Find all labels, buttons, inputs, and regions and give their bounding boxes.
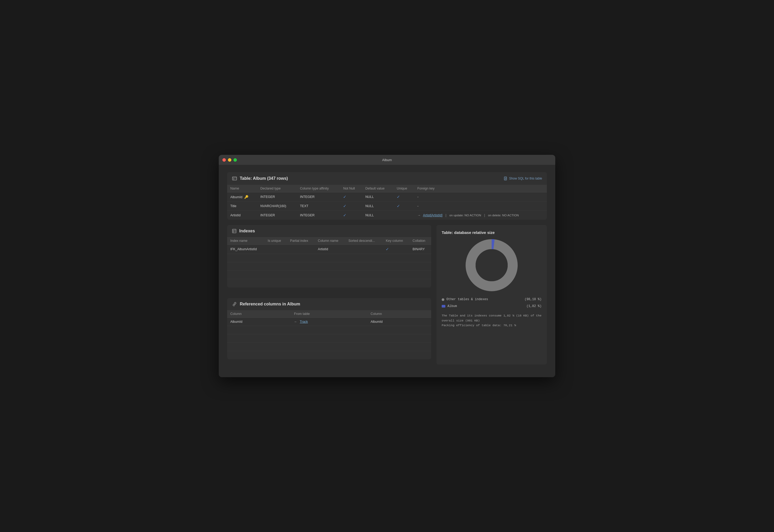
table-row: AlbumId 🔑 INTEGER INTEGER ✓ NULL ✓ -: [227, 192, 547, 202]
col-header-name: Name: [227, 185, 257, 192]
chart-title: Table: database relative size: [442, 230, 542, 235]
arrow-icon: →: [417, 213, 421, 217]
legend-dot-album: [442, 305, 445, 308]
idx-cell-name: IFK_AlbumArtistId: [227, 245, 264, 254]
from-table-link[interactable]: Track: [300, 320, 308, 324]
columns-table: Name Declared type Column type affinity …: [227, 185, 547, 220]
col-header-unique: Unique: [394, 185, 414, 192]
svg-point-13: [476, 249, 508, 281]
donut-chart: [465, 239, 518, 291]
idx-cell-unique: [264, 245, 287, 254]
ref-cell-to-column: AlbumId: [367, 318, 431, 326]
check-icon: ✓: [343, 204, 347, 208]
idx-header-sorted: Sorted descendi...: [345, 237, 383, 245]
svg-rect-0: [232, 177, 237, 180]
indexes-header-row: Index name Is unique Partial index Colum…: [227, 237, 431, 245]
table-row: AlbumId ← Track AlbumId: [227, 318, 431, 326]
cell-default: NULL: [362, 211, 394, 220]
cell-not-null: ✓: [340, 192, 362, 202]
cell-name: ArtistId: [227, 211, 257, 220]
col-header-declared-type: Declared type: [257, 185, 297, 192]
check-icon: ✓: [343, 195, 347, 199]
key-icon: 🔑: [244, 195, 248, 199]
col-header-default: Default value: [362, 185, 394, 192]
cell-not-null: ✓: [340, 202, 362, 211]
table-row: ArtistId INTEGER INTEGER ✓ NULL → Artist…: [227, 211, 547, 220]
legend-label-other: Other tables & indexes: [446, 297, 522, 303]
legend-dot-other: [442, 298, 444, 301]
table-row: [227, 326, 431, 334]
table-card-header: Table: Album (347 rows) Show SQL for thi…: [227, 172, 547, 185]
link-icon: [232, 302, 237, 306]
cell-not-null: ✓: [340, 211, 362, 220]
cell-declared-type: INTEGER: [257, 192, 297, 202]
check-icon: ✓: [343, 213, 347, 217]
idx-cell-collation: BINARY: [409, 245, 431, 254]
legend-item-other: Other tables & indexes (98,18 %): [442, 297, 542, 303]
idx-header-unique: Is unique: [264, 237, 287, 245]
window-title: Album: [382, 158, 392, 162]
referenced-card: Referenced columns in Album Column From …: [227, 298, 431, 360]
indexes-table: Index name Is unique Partial index Colum…: [227, 237, 431, 288]
indexes-icon: [232, 229, 237, 233]
idx-cell-column: ArtistId: [315, 245, 345, 254]
cell-unique: ✓: [394, 202, 414, 211]
main-content: Table: Album (347 rows) Show SQL for thi…: [219, 165, 555, 377]
idx-cell-sorted: [345, 245, 383, 254]
ref-header-from-table: From table: [291, 310, 368, 318]
ref-cell-from-table: ← Track: [291, 318, 368, 326]
cell-affinity: INTEGER: [297, 211, 340, 220]
two-column-layout: Indexes Index name Is unique Partial ind…: [227, 225, 547, 365]
donut-chart-container: [442, 239, 542, 291]
table-row: [227, 334, 431, 342]
ref-cell-column: AlbumId: [227, 318, 291, 326]
indexes-title: Indexes: [232, 229, 255, 233]
table-row: [227, 342, 431, 351]
cell-unique: [394, 211, 414, 220]
idx-cell-partial: [287, 245, 315, 254]
show-sql-button[interactable]: Show SQL for this table: [504, 177, 542, 180]
table-row: Title NVARCHAR(160) TEXT ✓ NULL ✓ -: [227, 202, 547, 211]
traffic-lights: [222, 158, 237, 162]
indexes-card: Indexes Index name Is unique Partial ind…: [227, 225, 431, 288]
cell-affinity: INTEGER: [297, 192, 340, 202]
table-row: [227, 254, 431, 262]
cell-declared-type: NVARCHAR(160): [257, 202, 297, 211]
svg-rect-7: [232, 229, 236, 233]
table-row: [227, 262, 431, 271]
cell-default: NULL: [362, 202, 394, 211]
table-header-row: Name Declared type Column type affinity …: [227, 185, 547, 192]
table-row: [227, 271, 431, 279]
cell-name: AlbumId 🔑: [227, 192, 257, 202]
table-row: IFK_AlbumArtistId ArtistId ✓ BINARY: [227, 245, 431, 254]
document-icon: [504, 177, 507, 180]
cell-foreign-key: -: [414, 202, 547, 211]
referenced-title: Referenced columns in Album: [232, 302, 300, 306]
idx-header-collation: Collation: [409, 237, 431, 245]
chart-card: Table: database relative size Other tabl…: [436, 225, 547, 365]
foreign-key-link[interactable]: Artist[ArtistId]: [423, 213, 442, 217]
close-button[interactable]: [222, 158, 226, 162]
check-icon: ✓: [397, 195, 400, 199]
referenced-header: Referenced columns in Album: [227, 298, 431, 310]
idx-header-key: Key column: [383, 237, 409, 245]
legend-label-album: Album: [447, 304, 524, 309]
idx-header-partial: Partial index: [287, 237, 315, 245]
titlebar: Album: [219, 155, 555, 165]
col-header-not-null: Not Null: [340, 185, 362, 192]
col-header-affinity: Column type affinity: [297, 185, 340, 192]
col-header-foreign-key: Foreign key: [414, 185, 547, 192]
main-window: Album Table: Album (347 rows): [219, 155, 555, 377]
table-card: Table: Album (347 rows) Show SQL for thi…: [227, 172, 547, 220]
idx-cell-key: ✓: [383, 245, 409, 254]
indexes-header: Indexes: [227, 225, 431, 237]
fullscreen-button[interactable]: [233, 158, 237, 162]
back-arrow-icon: ←: [294, 320, 298, 324]
left-column: Indexes Index name Is unique Partial ind…: [227, 225, 431, 365]
check-icon: ✓: [386, 247, 389, 251]
table-row: [227, 351, 431, 359]
idx-header-name: Index name: [227, 237, 264, 245]
cell-foreign-key: → Artist[ArtistId] | on update: NO ACTIO…: [414, 211, 547, 220]
minimize-button[interactable]: [228, 158, 231, 162]
cell-foreign-key: -: [414, 192, 547, 202]
